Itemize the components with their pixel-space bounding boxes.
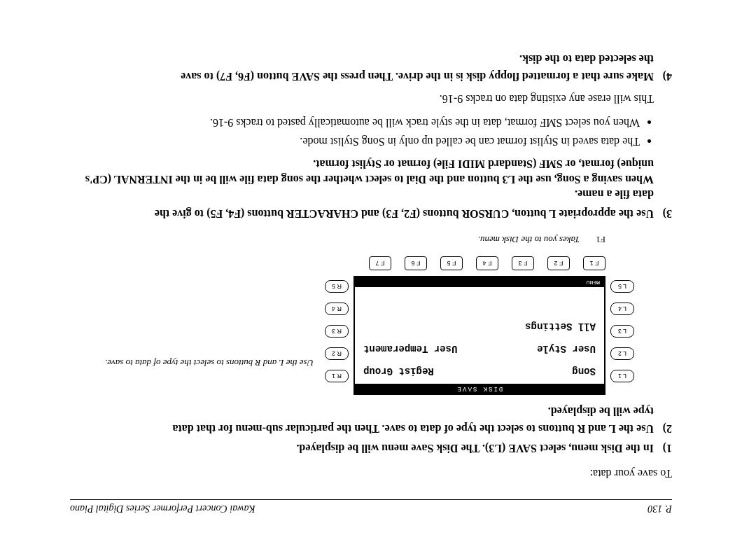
step-num: 3): [654, 206, 672, 221]
item-regist: Regist Group: [363, 366, 434, 377]
step-text: Use the L and R buttons to select the ty…: [70, 422, 654, 437]
step-3: 3) Use the appropriate L button, CURSOR …: [70, 206, 672, 221]
annotation-right: Use the L and R buttons to select the ty…: [83, 356, 314, 368]
annotation-f1: F1 Takes you to the Disk menu.: [70, 234, 606, 245]
f1-label: F1: [596, 235, 606, 245]
item-ustyle: User Style: [537, 343, 596, 354]
step-3-cont2: When saving a Song, use the L3 button an…: [70, 156, 654, 186]
r3-button[interactable]: R 3: [325, 325, 349, 338]
bullet-2: When you select SMF format, data in the …: [70, 115, 640, 130]
step-3-cont1: data file a name.: [70, 187, 654, 202]
step-4: 4) Make sure that a formatted floppy dis…: [70, 69, 672, 85]
l1-button[interactable]: L 1: [610, 370, 634, 382]
bullet-list: The data saved in Stylist format can be …: [70, 115, 672, 149]
page-number: P. 130: [648, 503, 672, 514]
r2-button[interactable]: R 2: [325, 347, 349, 360]
r1-button[interactable]: R 1: [325, 370, 349, 382]
step-num: 1): [654, 440, 672, 456]
step-text: Make sure that a formatted floppy disk i…: [70, 69, 654, 85]
f4-button[interactable]: F 4: [476, 256, 498, 270]
step-text: In the Disk menu, select SAVE (L3). The …: [70, 440, 654, 456]
f1-text: Takes you to the Disk menu.: [478, 235, 580, 245]
step-4-cont: the selected data to the disk.: [70, 53, 654, 65]
f5-button[interactable]: F 5: [440, 256, 463, 270]
lcd-screen: DISK SAVE Song Regist Group User Style U…: [354, 276, 606, 395]
item-song: Song: [572, 366, 596, 377]
f2-button[interactable]: F 2: [547, 256, 570, 270]
r-buttons: R 1 R 2 R 3 R 4 R 5: [325, 280, 349, 382]
step-1: 1) In the Disk menu, select SAVE (L3). T…: [70, 440, 672, 456]
f-buttons: F 1 F 2 F 3 F 4 F 5 F 6 F 7: [369, 256, 606, 270]
l-buttons: L 1 L 2 L 3 L 4 L 5: [610, 280, 634, 382]
r4-button[interactable]: R 4: [325, 303, 349, 315]
lead-text: To save your data:: [70, 467, 672, 480]
f7-button[interactable]: F 7: [369, 256, 391, 270]
l4-button[interactable]: L 4: [610, 303, 634, 315]
step-text: Use the appropriate L button, CURSOR but…: [70, 206, 654, 221]
page-title: Kawai Concert Performer Series Digital P…: [70, 503, 255, 514]
sub-note: This will erase any existing data on tra…: [70, 92, 654, 105]
screen-menubar: MENU: [355, 277, 604, 287]
step-2: 2) Use the L and R buttons to select the…: [70, 422, 672, 437]
screen-title: DISK SAVE: [355, 384, 604, 394]
item-allset: All Settings: [525, 321, 596, 332]
r5-button[interactable]: R 5: [325, 280, 349, 293]
step-num: 4): [654, 69, 672, 85]
f3-button[interactable]: F 3: [512, 256, 534, 270]
item-utemp: User Temperament: [363, 343, 457, 354]
bullet-1: The data saved in Stylist format can be …: [70, 134, 640, 150]
l3-button[interactable]: L 3: [610, 325, 634, 338]
screen-diagram: L 1 L 2 L 3 L 4 L 5 DISK SAVE Song Regis…: [70, 248, 672, 395]
f1-button[interactable]: F 1: [583, 256, 606, 270]
page-header: P. 130 Kawai Concert Performer Series Di…: [70, 499, 672, 514]
f6-button[interactable]: F 6: [405, 256, 427, 270]
l2-button[interactable]: L 2: [610, 347, 634, 360]
step-num: 2): [654, 422, 672, 437]
step-2-cont: type will be displayed.: [70, 405, 654, 417]
l5-button[interactable]: L 5: [610, 280, 634, 293]
